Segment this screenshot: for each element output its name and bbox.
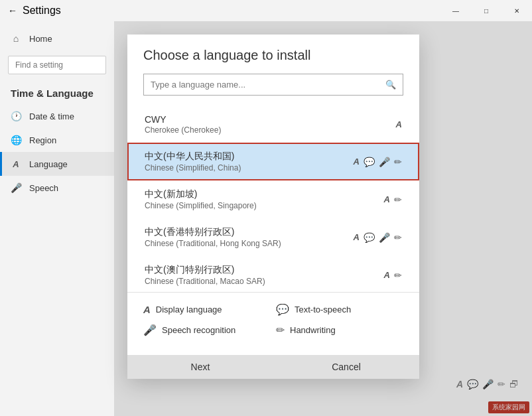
section-title: Time & Language [0,80,114,104]
language-search-input[interactable] [144,74,379,95]
close-button[interactable]: ✕ [501,0,532,21]
lang-subname-zh-cn: Chinese (Simplified, China) [145,163,241,173]
feature-speech-label: Speech recognition [162,325,235,335]
main-panel: er will appear in this anguage in the li… [114,21,532,416]
find-setting-input[interactable] [8,56,106,74]
lang-name-cwy: CWY [145,114,221,125]
language-item-cwy[interactable]: CWY Cherokee (Cherokee) A [127,106,419,143]
lang-icons-zh-sg: A ✏ [384,194,402,205]
sidebar: ⌂ Home Time & Language 🕐 Date & time 🌐 R… [0,21,114,416]
search-box: 🔍 [143,74,403,96]
language-item-zh-sg[interactable]: 中文(新加坡) Chinese (Simplified, Singapore) … [127,180,419,218]
language-list: CWY Cherokee (Cherokee) A 中文(中华人民共和国) [127,106,419,292]
minimize-button[interactable]: — [440,0,471,21]
back-icon[interactable]: ← [8,5,17,16]
icon-speech-zh-cn: 🎤 [379,157,390,167]
feature-handwriting: ✏ Handwriting [276,324,403,336]
dialog-title: Choose a language to install [127,35,419,74]
next-button[interactable]: Next [127,355,273,379]
titlebar-controls: — □ ✕ [440,0,532,21]
lang-icons-zh-cn: A 💬 🎤 ✏ [354,157,402,167]
feature-grid: A Display language 💬 Text-to-speech 🎤 Sp… [143,303,403,336]
titlebar-left: ← Settings [8,5,61,17]
icon-handwriting-zh-hk: ✏ [394,232,402,243]
lang-name-zh-hk: 中文(香港特别行政区) [145,226,281,238]
lang-subname-zh-hk: Chinese (Traditional, Hong Kong SAR) [145,239,281,248]
lang-names-zh-sg: 中文(新加坡) Chinese (Simplified, Singapore) [145,188,257,210]
lang-subname-zh-mo: Chinese (Traditional, Macao SAR) [145,277,265,286]
icon-tts-zh-cn: 💬 [364,157,375,167]
icon-speech-zh-hk: 🎤 [379,232,390,243]
window: ← Settings — □ ✕ ⌂ Home Time & Language … [0,0,532,416]
lang-names-cwy: CWY Cherokee (Cherokee) [145,114,221,135]
sidebar-label-datetime: Date & time [29,111,74,121]
lang-names-zh-cn: 中文(中华人民共和国) Chinese (Simplified, China) [145,151,241,173]
cancel-button[interactable]: Cancel [273,355,419,379]
sidebar-label-home: Home [29,34,52,44]
lang-names-zh-hk: 中文(香港特别行政区) Chinese (Traditional, Hong K… [145,226,281,248]
titlebar: ← Settings — □ ✕ [0,0,532,21]
lang-subname-cwy: Cherokee (Cherokee) [145,125,221,135]
maximize-button[interactable]: □ [471,0,501,21]
handwriting-icon: ✏ [276,324,285,336]
lang-name-zh-mo: 中文(澳门特别行政区) [145,264,265,276]
sidebar-item-speech[interactable]: 🎤 Speech [0,176,114,200]
speech-icon: 🎤 [11,182,21,193]
tts-icon: 💬 [276,303,289,316]
sidebar-item-region[interactable]: 🌐 Region [0,128,114,152]
sidebar-item-datetime[interactable]: 🕐 Date & time [0,104,114,128]
icon-display-cwy: A [396,119,402,129]
lang-names-zh-mo: 中文(澳门特别行政区) Chinese (Traditional, Macao … [145,264,265,286]
icon-display-zh-sg: A [384,194,390,204]
icon-handwriting-zh-sg: ✏ [394,194,402,205]
datetime-icon: 🕐 [11,111,21,121]
icon-handwriting-zh-mo: ✏ [394,270,402,281]
icon-handwriting-zh-cn: ✏ [394,157,402,167]
lang-name-zh-cn: 中文(中华人民共和国) [145,151,241,163]
feature-display-label: Display language [156,305,222,314]
search-icon: 🔍 [379,74,403,95]
dialog-overlay: Choose a language to install 🔍 CWY Chero… [114,21,532,416]
icon-display-zh-cn: A [354,157,360,167]
icon-display-zh-hk: A [354,232,360,242]
speech-recognition-icon: 🎤 [143,324,157,336]
lang-icons-zh-mo: A ✏ [384,270,402,281]
lang-icons-cwy: A [396,119,402,129]
feature-panel: A Display language 💬 Text-to-speech 🎤 Sp… [127,292,419,347]
content-area: ⌂ Home Time & Language 🕐 Date & time 🌐 R… [0,21,532,416]
region-icon: 🌐 [11,135,21,145]
language-icon: A [11,159,21,169]
icon-display-zh-mo: A [384,270,390,280]
language-item-zh-cn[interactable]: 中文(中华人民共和国) Chinese (Simplified, China) … [127,143,419,180]
language-item-zh-hk[interactable]: 中文(香港特别行政区) Chinese (Traditional, Hong K… [127,218,419,256]
feature-handwriting-label: Handwriting [290,325,336,335]
feature-display-language: A Display language [143,303,271,316]
lang-name-zh-sg: 中文(新加坡) [145,188,257,200]
sidebar-label-region: Region [29,135,56,145]
sidebar-label-language: Language [29,159,68,169]
sidebar-label-speech: Speech [29,183,58,193]
display-language-icon: A [143,304,151,315]
icon-tts-zh-hk: 💬 [364,232,375,243]
home-icon: ⌂ [11,33,21,44]
sidebar-item-home[interactable]: ⌂ Home [0,27,114,50]
language-item-zh-mo[interactable]: 中文(澳门特别行政区) Chinese (Traditional, Macao … [127,256,419,292]
language-install-dialog: Choose a language to install 🔍 CWY Chero… [127,35,419,379]
sidebar-item-language[interactable]: A Language [0,152,114,176]
titlebar-title: Settings [23,5,61,17]
feature-tts: 💬 Text-to-speech [276,303,403,316]
lang-icons-zh-hk: A 💬 🎤 ✏ [354,232,402,243]
feature-tts-label: Text-to-speech [295,305,351,314]
lang-subname-zh-sg: Chinese (Simplified, Singapore) [145,201,257,210]
dialog-buttons: Next Cancel [127,347,419,379]
feature-speech-recognition: 🎤 Speech recognition [143,324,271,336]
